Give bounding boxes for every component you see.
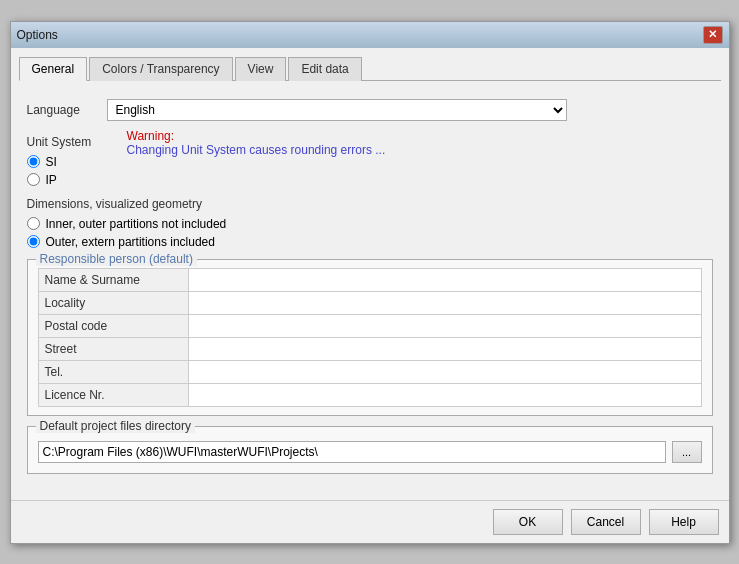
tab-content-general: Language English German French Unit Syst… bbox=[19, 91, 721, 492]
language-label: Language bbox=[27, 103, 107, 117]
warning-text: Changing Unit System causes rounding err… bbox=[127, 143, 386, 157]
options-window: Options ✕ General Colors / Transparency … bbox=[10, 21, 730, 544]
field-input-name[interactable] bbox=[188, 268, 701, 291]
window-title: Options bbox=[17, 28, 58, 42]
directory-label: Default project files directory bbox=[36, 419, 195, 433]
title-bar: Options ✕ bbox=[11, 22, 729, 48]
table-row: Tel. bbox=[38, 360, 701, 383]
dim-outer-row: Outer, extern partitions included bbox=[27, 235, 713, 249]
table-row: Name & Surname bbox=[38, 268, 701, 291]
field-label-locality: Locality bbox=[38, 291, 188, 314]
table-row: Licence Nr. bbox=[38, 383, 701, 406]
tab-colors[interactable]: Colors / Transparency bbox=[89, 57, 232, 81]
language-row: Language English German French bbox=[27, 99, 713, 121]
unit-system-left: Unit System SI IP bbox=[27, 129, 107, 187]
dimensions-section: Dimensions, visualized geometry Inner, o… bbox=[27, 197, 713, 249]
warning-title: Warning: bbox=[127, 129, 386, 143]
tab-general[interactable]: General bbox=[19, 57, 88, 81]
input-locality[interactable] bbox=[195, 294, 695, 312]
field-input-locality[interactable] bbox=[188, 291, 701, 314]
field-input-tel[interactable] bbox=[188, 360, 701, 383]
person-table: Name & Surname Locality Postal code Stre… bbox=[38, 268, 702, 407]
close-button[interactable]: ✕ bbox=[703, 26, 723, 44]
field-label-street: Street bbox=[38, 337, 188, 360]
table-row: Postal code bbox=[38, 314, 701, 337]
unit-si-radio[interactable] bbox=[27, 155, 40, 168]
directory-section: Default project files directory ... bbox=[27, 426, 713, 474]
dim-inner-radio[interactable] bbox=[27, 217, 40, 230]
ok-button[interactable]: OK bbox=[493, 509, 563, 535]
dim-outer-label: Outer, extern partitions included bbox=[46, 235, 215, 249]
table-row: Street bbox=[38, 337, 701, 360]
language-select[interactable]: English German French bbox=[107, 99, 567, 121]
dim-inner-label: Inner, outer partitions not included bbox=[46, 217, 227, 231]
responsible-person-section: Responsible person (default) Name & Surn… bbox=[27, 259, 713, 416]
unit-ip-radio[interactable] bbox=[27, 173, 40, 186]
tab-editdata[interactable]: Edit data bbox=[288, 57, 361, 81]
input-postal[interactable] bbox=[195, 317, 695, 335]
footer: OK Cancel Help bbox=[11, 500, 729, 543]
input-licence[interactable] bbox=[195, 386, 695, 404]
dimensions-label: Dimensions, visualized geometry bbox=[27, 197, 713, 211]
dim-inner-row: Inner, outer partitions not included bbox=[27, 217, 713, 231]
tab-bar: General Colors / Transparency View Edit … bbox=[19, 56, 721, 81]
field-label-tel: Tel. bbox=[38, 360, 188, 383]
unit-si-label: SI bbox=[46, 155, 57, 169]
warning-area: Warning: Changing Unit System causes rou… bbox=[127, 129, 386, 187]
help-button[interactable]: Help bbox=[649, 509, 719, 535]
unit-system-section: Unit System SI IP Warning: Cha bbox=[27, 129, 713, 187]
directory-row: ... bbox=[38, 441, 702, 463]
field-label-postal: Postal code bbox=[38, 314, 188, 337]
field-input-postal[interactable] bbox=[188, 314, 701, 337]
table-row: Locality bbox=[38, 291, 701, 314]
input-street[interactable] bbox=[195, 340, 695, 358]
input-tel[interactable] bbox=[195, 363, 695, 381]
unit-ip-label: IP bbox=[46, 173, 57, 187]
window-body: General Colors / Transparency View Edit … bbox=[11, 48, 729, 500]
input-name[interactable] bbox=[195, 271, 695, 289]
field-label-name: Name & Surname bbox=[38, 268, 188, 291]
field-input-street[interactable] bbox=[188, 337, 701, 360]
unit-ip-row: IP bbox=[27, 173, 107, 187]
dim-outer-radio[interactable] bbox=[27, 235, 40, 248]
browse-button[interactable]: ... bbox=[672, 441, 702, 463]
unit-radios: SI IP bbox=[27, 155, 107, 187]
unit-si-row: SI bbox=[27, 155, 107, 169]
cancel-button[interactable]: Cancel bbox=[571, 509, 641, 535]
directory-input[interactable] bbox=[38, 441, 666, 463]
unit-system-label: Unit System bbox=[27, 135, 107, 149]
field-input-licence[interactable] bbox=[188, 383, 701, 406]
field-label-licence: Licence Nr. bbox=[38, 383, 188, 406]
responsible-person-title: Responsible person (default) bbox=[36, 252, 197, 266]
tab-view[interactable]: View bbox=[235, 57, 287, 81]
